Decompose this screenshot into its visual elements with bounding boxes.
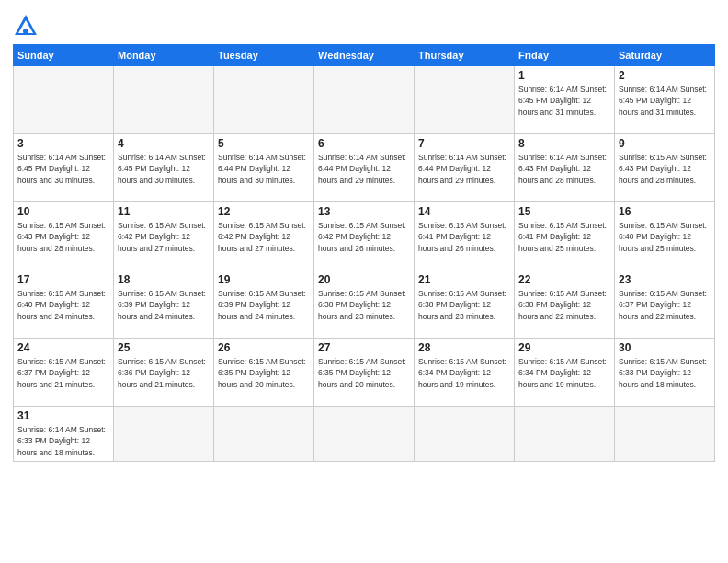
- day-cell: 13Sunrise: 6:15 AM Sunset: 6:42 PM Dayli…: [314, 202, 415, 270]
- header-cell-thursday: Thursday: [415, 45, 515, 66]
- day-cell: 22Sunrise: 6:15 AM Sunset: 6:38 PM Dayli…: [515, 270, 615, 339]
- day-number: 7: [418, 137, 510, 150]
- day-number: 22: [518, 273, 610, 286]
- header-cell-wednesday: Wednesday: [314, 45, 415, 66]
- calendar-page: SundayMondayTuesdayWednesdayThursdayFrid…: [0, 0, 728, 563]
- day-number: 13: [318, 205, 410, 218]
- day-info: Sunrise: 6:14 AM Sunset: 6:43 PM Dayligh…: [518, 152, 610, 186]
- day-cell: 3Sunrise: 6:14 AM Sunset: 6:45 PM Daylig…: [14, 134, 114, 202]
- day-info: Sunrise: 6:15 AM Sunset: 6:40 PM Dayligh…: [619, 220, 711, 254]
- day-cell: 21Sunrise: 6:15 AM Sunset: 6:38 PM Dayli…: [415, 270, 515, 339]
- day-number: 31: [17, 409, 109, 422]
- day-info: Sunrise: 6:15 AM Sunset: 6:40 PM Dayligh…: [17, 288, 109, 322]
- day-info: Sunrise: 6:15 AM Sunset: 6:34 PM Dayligh…: [418, 356, 510, 390]
- day-info: Sunrise: 6:14 AM Sunset: 6:45 PM Dayligh…: [619, 84, 711, 118]
- week-row-5: 24Sunrise: 6:15 AM Sunset: 6:37 PM Dayli…: [14, 339, 715, 407]
- header-cell-friday: Friday: [515, 45, 615, 66]
- day-cell: [415, 66, 515, 134]
- day-cell: 17Sunrise: 6:15 AM Sunset: 6:40 PM Dayli…: [14, 270, 114, 339]
- day-cell: [114, 407, 214, 462]
- day-info: Sunrise: 6:14 AM Sunset: 6:44 PM Dayligh…: [218, 152, 310, 186]
- day-number: 1: [518, 69, 610, 82]
- header: [13, 9, 715, 39]
- svg-point-2: [23, 29, 28, 34]
- day-info: Sunrise: 6:15 AM Sunset: 6:39 PM Dayligh…: [218, 288, 310, 322]
- day-number: 18: [118, 273, 210, 286]
- day-number: 21: [418, 273, 510, 286]
- day-info: Sunrise: 6:15 AM Sunset: 6:37 PM Dayligh…: [619, 288, 711, 322]
- day-cell: 5Sunrise: 6:14 AM Sunset: 6:44 PM Daylig…: [214, 134, 314, 202]
- day-cell: [214, 407, 314, 462]
- week-row-3: 10Sunrise: 6:15 AM Sunset: 6:43 PM Dayli…: [14, 202, 715, 270]
- day-cell: 29Sunrise: 6:15 AM Sunset: 6:34 PM Dayli…: [515, 339, 615, 407]
- day-info: Sunrise: 6:14 AM Sunset: 6:33 PM Dayligh…: [17, 424, 109, 458]
- day-cell: 4Sunrise: 6:14 AM Sunset: 6:45 PM Daylig…: [114, 134, 214, 202]
- day-number: 5: [218, 137, 310, 150]
- day-info: Sunrise: 6:15 AM Sunset: 6:42 PM Dayligh…: [218, 220, 310, 254]
- day-info: Sunrise: 6:14 AM Sunset: 6:45 PM Dayligh…: [17, 152, 109, 186]
- day-number: 17: [17, 273, 109, 286]
- day-info: Sunrise: 6:15 AM Sunset: 6:33 PM Dayligh…: [619, 356, 711, 390]
- day-cell: 2Sunrise: 6:14 AM Sunset: 6:45 PM Daylig…: [615, 66, 715, 134]
- day-number: 8: [518, 137, 610, 150]
- day-info: Sunrise: 6:15 AM Sunset: 6:42 PM Dayligh…: [318, 220, 410, 254]
- week-row-2: 3Sunrise: 6:14 AM Sunset: 6:45 PM Daylig…: [14, 134, 715, 202]
- day-number: 3: [17, 137, 109, 150]
- day-cell: 18Sunrise: 6:15 AM Sunset: 6:39 PM Dayli…: [114, 270, 214, 339]
- day-cell: 27Sunrise: 6:15 AM Sunset: 6:35 PM Dayli…: [314, 339, 415, 407]
- header-row: SundayMondayTuesdayWednesdayThursdayFrid…: [14, 45, 715, 66]
- day-info: Sunrise: 6:15 AM Sunset: 6:34 PM Dayligh…: [518, 356, 610, 390]
- day-cell: 10Sunrise: 6:15 AM Sunset: 6:43 PM Dayli…: [14, 202, 114, 270]
- day-number: 12: [218, 205, 310, 218]
- header-cell-saturday: Saturday: [615, 45, 715, 66]
- day-info: Sunrise: 6:14 AM Sunset: 6:45 PM Dayligh…: [118, 152, 210, 186]
- day-cell: 31Sunrise: 6:14 AM Sunset: 6:33 PM Dayli…: [14, 407, 114, 462]
- day-info: Sunrise: 6:15 AM Sunset: 6:39 PM Dayligh…: [118, 288, 210, 322]
- logo-icon: [13, 13, 39, 39]
- day-number: 23: [619, 273, 711, 286]
- day-cell: 11Sunrise: 6:15 AM Sunset: 6:42 PM Dayli…: [114, 202, 214, 270]
- day-cell: 19Sunrise: 6:15 AM Sunset: 6:39 PM Dayli…: [214, 270, 314, 339]
- day-info: Sunrise: 6:14 AM Sunset: 6:44 PM Dayligh…: [418, 152, 510, 186]
- day-info: Sunrise: 6:15 AM Sunset: 6:35 PM Dayligh…: [218, 356, 310, 390]
- day-number: 24: [17, 341, 109, 354]
- day-info: Sunrise: 6:15 AM Sunset: 6:36 PM Dayligh…: [118, 356, 210, 390]
- day-number: 9: [619, 137, 711, 150]
- day-cell: 28Sunrise: 6:15 AM Sunset: 6:34 PM Dayli…: [415, 339, 515, 407]
- day-number: 15: [518, 205, 610, 218]
- day-cell: 23Sunrise: 6:15 AM Sunset: 6:37 PM Dayli…: [615, 270, 715, 339]
- day-number: 20: [318, 273, 410, 286]
- day-info: Sunrise: 6:15 AM Sunset: 6:37 PM Dayligh…: [17, 356, 109, 390]
- day-info: Sunrise: 6:15 AM Sunset: 6:38 PM Dayligh…: [418, 288, 510, 322]
- header-cell-monday: Monday: [114, 45, 214, 66]
- header-cell-sunday: Sunday: [14, 45, 114, 66]
- day-info: Sunrise: 6:15 AM Sunset: 6:43 PM Dayligh…: [619, 152, 711, 186]
- day-number: 19: [218, 273, 310, 286]
- day-cell: 1Sunrise: 6:14 AM Sunset: 6:45 PM Daylig…: [515, 66, 615, 134]
- day-cell: [615, 407, 715, 462]
- day-number: 4: [118, 137, 210, 150]
- day-number: 28: [418, 341, 510, 354]
- day-info: Sunrise: 6:15 AM Sunset: 6:38 PM Dayligh…: [318, 288, 410, 322]
- day-number: 30: [619, 341, 711, 354]
- day-cell: [415, 407, 515, 462]
- day-cell: 16Sunrise: 6:15 AM Sunset: 6:40 PM Dayli…: [615, 202, 715, 270]
- day-info: Sunrise: 6:15 AM Sunset: 6:41 PM Dayligh…: [418, 220, 510, 254]
- day-number: 25: [118, 341, 210, 354]
- day-cell: 20Sunrise: 6:15 AM Sunset: 6:38 PM Dayli…: [314, 270, 415, 339]
- calendar-table: SundayMondayTuesdayWednesdayThursdayFrid…: [13, 44, 715, 462]
- day-cell: 14Sunrise: 6:15 AM Sunset: 6:41 PM Dayli…: [415, 202, 515, 270]
- day-number: 27: [318, 341, 410, 354]
- day-cell: 12Sunrise: 6:15 AM Sunset: 6:42 PM Dayli…: [214, 202, 314, 270]
- day-cell: 15Sunrise: 6:15 AM Sunset: 6:41 PM Dayli…: [515, 202, 615, 270]
- day-number: 10: [17, 205, 109, 218]
- day-cell: [114, 66, 214, 134]
- day-number: 16: [619, 205, 711, 218]
- day-cell: [314, 407, 415, 462]
- week-row-6: 31Sunrise: 6:14 AM Sunset: 6:33 PM Dayli…: [14, 407, 715, 462]
- day-info: Sunrise: 6:15 AM Sunset: 6:42 PM Dayligh…: [118, 220, 210, 254]
- day-number: 6: [318, 137, 410, 150]
- day-info: Sunrise: 6:15 AM Sunset: 6:43 PM Dayligh…: [17, 220, 109, 254]
- day-info: Sunrise: 6:15 AM Sunset: 6:35 PM Dayligh…: [318, 356, 410, 390]
- day-number: 2: [619, 69, 711, 82]
